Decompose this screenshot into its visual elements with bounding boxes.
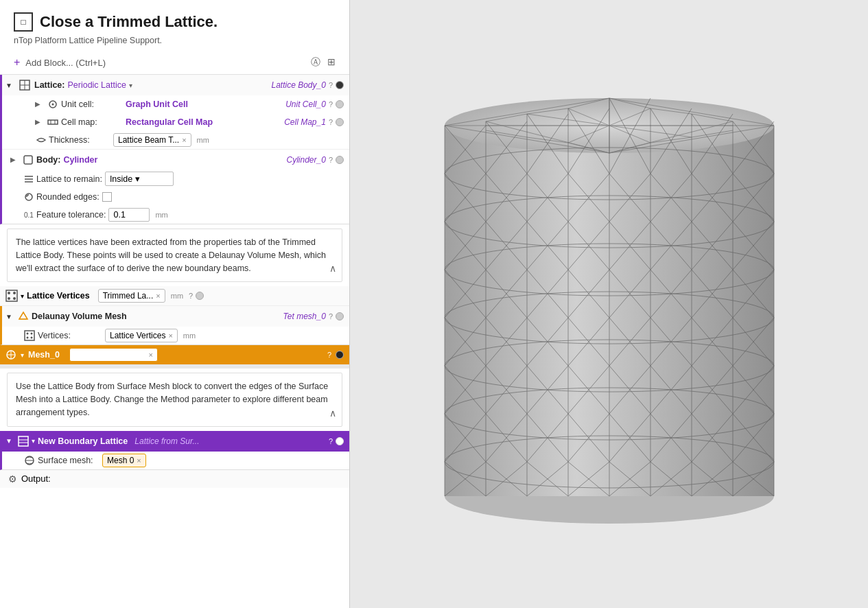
delaunay-dot[interactable] xyxy=(336,312,344,320)
new-boundary-block-chevron[interactable]: ▾ xyxy=(32,437,35,445)
body-expand[interactable]: ▶ xyxy=(10,156,19,164)
lattice-remain-select[interactable]: Inside ▾ xyxy=(105,172,174,186)
new-boundary-collapse[interactable]: ▼ xyxy=(5,437,15,445)
new-boundary-dot[interactable] xyxy=(336,437,344,445)
body-type[interactable]: Cylinder xyxy=(63,155,97,165)
rounded-edges-checkbox[interactable] xyxy=(102,192,112,202)
surface-mesh-close[interactable]: × xyxy=(137,456,141,465)
feature-tolerance-input[interactable]: 0.1 xyxy=(108,208,150,222)
unit-cell-dot[interactable] xyxy=(336,100,344,108)
panel-header: □ Close a Trimmed Lattice. nTop Platform… xyxy=(0,0,349,51)
surface-mesh-row: Surface mesh: Mesh 0 × xyxy=(2,452,349,469)
description-box-1: The lattice vertices have been extracted… xyxy=(7,229,342,282)
delaunay-vertices-unit: mm xyxy=(183,331,196,340)
delaunay-instance: Tet mesh_0 xyxy=(283,312,326,321)
unit-cell-instance: Unit Cell_0 xyxy=(285,100,326,109)
svg-point-27 xyxy=(31,337,33,339)
lv-value: Trimmed La... xyxy=(103,291,154,301)
section-divider xyxy=(0,364,349,369)
lv-unit: mm xyxy=(171,292,183,300)
cell-map-expand[interactable]: ▶ xyxy=(35,118,43,126)
svg-point-24 xyxy=(27,333,29,335)
body-help[interactable]: ? xyxy=(329,156,333,164)
mesh-help[interactable]: ? xyxy=(327,351,331,359)
svg-rect-8 xyxy=(24,156,32,164)
cylinder-mesh-svg xyxy=(410,57,808,551)
delaunay-vertices-row: Vertices: Lattice Vertices × mm xyxy=(2,327,349,344)
svg-point-15 xyxy=(8,292,10,294)
lattice-instance: Lattice Body_0 xyxy=(271,80,325,90)
thickness-close[interactable]: × xyxy=(182,136,186,144)
unit-cell-row: ▶ Unit cell: Graph Unit Cell Unit Cell_0… xyxy=(2,95,349,113)
cell-map-type[interactable]: Rectangular Cell Map xyxy=(126,117,213,127)
lv-pill[interactable]: Trimmed La... × xyxy=(98,289,165,303)
lattice-remain-icon xyxy=(24,174,34,184)
lattice-collapse-arrow[interactable]: ▼ xyxy=(5,82,15,89)
lv-label: Lattice Vertices xyxy=(27,291,90,301)
rounded-edges-row: Rounded edges: xyxy=(2,188,349,206)
mesh-close[interactable]: × xyxy=(149,351,153,359)
feature-tolerance-unit: mm xyxy=(155,211,167,219)
delaunay-help[interactable]: ? xyxy=(329,312,333,320)
unit-cell-help[interactable]: ? xyxy=(329,100,333,108)
lv-chevron[interactable]: ▾ xyxy=(21,292,24,300)
surface-mesh-pill[interactable]: Mesh 0 × xyxy=(102,454,146,467)
description1-collapse[interactable]: ∧ xyxy=(329,261,336,276)
svg-line-20 xyxy=(19,312,23,319)
unit-cell-label: Unit cell: xyxy=(61,100,123,109)
grid-icon[interactable]: ⊞ xyxy=(327,56,336,69)
lattice-dot[interactable] xyxy=(336,81,344,89)
delaunay-vertices-close[interactable]: × xyxy=(168,331,172,340)
svg-rect-31 xyxy=(19,436,28,446)
thickness-unit: mm xyxy=(197,136,209,144)
lattice-remain-label: Lattice to remain: xyxy=(36,174,102,184)
thickness-icon xyxy=(36,135,46,145)
body-dot[interactable] xyxy=(336,156,344,164)
add-block-text[interactable]: Add Block... (Ctrl+L) xyxy=(25,58,106,68)
delaunay-vertices-pill[interactable]: Lattice Vertices × xyxy=(105,329,178,342)
surface-mesh-label: Surface mesh: xyxy=(38,456,99,465)
ai-icon[interactable]: Ⓐ xyxy=(311,56,320,69)
cell-map-dot[interactable] xyxy=(336,118,344,126)
lattice-label: Lattice: xyxy=(34,80,64,90)
new-boundary-instance: Lattice from Sur... xyxy=(134,436,199,446)
lattice-help-icon[interactable]: ? xyxy=(329,81,333,89)
svg-point-25 xyxy=(31,333,33,335)
mesh-value: Tet mesh_0.surface xyxy=(74,350,146,360)
lattice-block-header: ▼ Lattice: Periodic Lattice ▾ Lattice Bo… xyxy=(2,75,349,95)
unit-cell-expand[interactable]: ▶ xyxy=(35,100,43,108)
panel-icon: □ xyxy=(14,12,33,32)
cell-map-icon xyxy=(47,117,58,128)
description2-collapse[interactable]: ∧ xyxy=(329,406,336,421)
thickness-pill[interactable]: Lattice Beam T... × xyxy=(113,133,191,147)
cell-map-help[interactable]: ? xyxy=(329,118,333,126)
lattice-type[interactable]: Periodic Lattice xyxy=(67,80,126,90)
body-instance: Cylinder_0 xyxy=(287,155,326,165)
body-label: Body: xyxy=(36,155,60,165)
description-box-2: Use the Lattice Body from Surface Mesh b… xyxy=(7,373,342,426)
svg-point-17 xyxy=(8,297,10,300)
delaunay-icon xyxy=(18,311,29,322)
unit-cell-type[interactable]: Graph Unit Cell xyxy=(126,100,188,109)
lv-dot[interactable] xyxy=(196,292,204,300)
delaunay-label: Delaunay Volume Mesh xyxy=(32,312,127,321)
lv-close[interactable]: × xyxy=(156,292,160,300)
new-boundary-section: ▼ ▾ New Boundary Lattice Lattice from Su… xyxy=(0,431,349,470)
add-block-icons: Ⓐ ⊞ xyxy=(311,56,336,69)
lattice-vertices-icon xyxy=(5,290,18,302)
add-block-bar: + Add Block... (Ctrl+L) Ⓐ ⊞ xyxy=(0,51,349,75)
new-boundary-help[interactable]: ? xyxy=(329,437,333,445)
lattice-dropdown[interactable]: ▾ xyxy=(129,82,132,89)
delaunay-vertices-label: Vertices: xyxy=(38,331,99,340)
body-icon xyxy=(23,154,34,165)
delaunay-collapse[interactable]: ▼ xyxy=(5,313,15,320)
lv-help[interactable]: ? xyxy=(189,292,193,300)
mesh-block-header: ▾ Mesh_0 Tet mesh_0.surface × ? xyxy=(0,345,349,364)
svg-point-18 xyxy=(13,297,16,300)
mesh-dot[interactable] xyxy=(336,351,344,359)
mesh-pill[interactable]: Tet mesh_0.surface × xyxy=(69,348,158,362)
output-gear-icon: ⚙ xyxy=(8,473,17,484)
lattice-remain-chevron: ▾ xyxy=(135,174,140,184)
svg-line-21 xyxy=(23,312,27,319)
mesh-chevron[interactable]: ▾ xyxy=(21,351,24,359)
